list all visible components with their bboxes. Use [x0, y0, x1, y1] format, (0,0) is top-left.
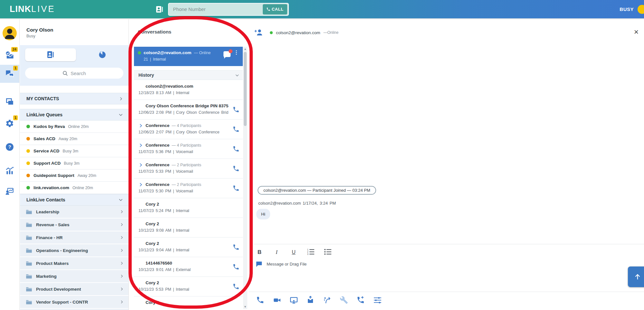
history-item[interactable]: Cory 2 10/12/23 9:08 AM | Internal: [134, 218, 243, 237]
call-button[interactable]: CALL: [263, 4, 287, 15]
online-dot-icon: [138, 51, 141, 54]
contact-card-icon: [46, 51, 55, 59]
chevron-right-icon: [119, 287, 124, 291]
file-share-button[interactable]: [306, 295, 315, 305]
queue-row[interactable]: Guidepoint Support Away 20m: [20, 170, 128, 182]
contact-folder-row[interactable]: Operations - Engineering: [20, 244, 128, 257]
history-item-line: Conference — 2 Participants: [138, 162, 229, 167]
history-item[interactable]: Conference — 2 Participants 11/07/23 5:3…: [134, 159, 243, 179]
queue-row[interactable]: Support ACD Busy 3m: [20, 157, 128, 170]
sidebar-item-presentation[interactable]: [0, 182, 19, 200]
contact-folder-row[interactable]: Marketing: [20, 270, 128, 282]
magic-actions-button[interactable]: [323, 295, 332, 305]
history-item[interactable]: Conference — 2 Participants 11/07/23 5:3…: [134, 179, 243, 198]
contact-folder-row[interactable]: Product Development: [20, 283, 128, 295]
sidebar-item-inbox[interactable]: 24: [0, 46, 19, 64]
contact-folder-list: Leadership Revenue - Sales Finance - HR …: [20, 206, 128, 310]
ordered-list-button[interactable]: 123: [307, 248, 314, 257]
phone-number-input[interactable]: [169, 6, 263, 12]
history-item[interactable]: colson2@revation.com 12/18/23 8:13 AM | …: [134, 80, 243, 100]
section-linklive-queues[interactable]: LinkLive Queues: [20, 109, 128, 121]
sidebar-item-help[interactable]: ?: [0, 138, 19, 156]
history-meta: 10/12/23 9:01 AM | External: [138, 267, 229, 272]
expand-chevron-icon[interactable]: [138, 163, 146, 167]
contact-folder-row[interactable]: Product Makers: [20, 257, 128, 269]
tab-contacts[interactable]: [25, 48, 76, 61]
chevron-down-icon: [235, 73, 240, 78]
send-button[interactable]: [628, 266, 644, 287]
svg-text:1: 1: [307, 248, 308, 251]
history-title: Cory 2: [146, 241, 159, 246]
queue-row[interactable]: Sales ACD Away 20m: [20, 133, 128, 145]
transfer-call-button[interactable]: [356, 295, 365, 305]
history-meta: 10/12/23 9:04 AM | Internal: [138, 248, 229, 252]
bold-button[interactable]: B: [256, 249, 263, 256]
folder-icon: [26, 222, 32, 227]
video-call-button[interactable]: [272, 295, 281, 305]
contact-folder-row[interactable]: Vendor Support - CONTR: [20, 296, 128, 308]
contact-folder-row[interactable]: Huddles: [20, 309, 128, 310]
tools-button[interactable]: [339, 295, 348, 305]
history-scrollbar[interactable]: ▲ ▼: [243, 47, 247, 309]
history-item[interactable]: Cory 2 11/07/23 5:24 PM | Internal: [134, 198, 243, 218]
bullet-list-button[interactable]: [324, 248, 331, 257]
navigation-rail: 24 1 1 ?: [0, 19, 20, 310]
history-section-header[interactable]: History: [134, 70, 243, 80]
queue-name: Service ACD: [33, 149, 60, 153]
queue-row[interactable]: Kudos by Reva Online 20m: [20, 121, 128, 133]
agent-status-chip[interactable]: BUSY: [620, 0, 644, 18]
scroll-up-icon[interactable]: ▲: [243, 47, 247, 51]
sidebar-item-windows[interactable]: [0, 93, 19, 111]
voice-call-button[interactable]: [256, 295, 265, 305]
queue-row[interactable]: Service ACD Busy 3m: [20, 145, 128, 157]
history-item-line: Conference — 4 Participants: [138, 143, 229, 148]
history-item[interactable]: Cory 2 10/12/23 9:04 AM | Internal: [134, 237, 243, 257]
history-item-line: colson2@revation.com: [138, 84, 229, 89]
chevron-right-icon: [119, 300, 124, 304]
history-title: Cory 2: [146, 300, 159, 305]
underline-button[interactable]: U: [290, 249, 297, 255]
gear-icon: [5, 119, 14, 128]
history-item[interactable]: Cory 2 10/11/23 5:53 PM | Internal: [134, 277, 243, 296]
history-item[interactable]: Conference — 4 Participants 12/06/23 2:0…: [134, 120, 243, 139]
profile-avatar[interactable]: [0, 24, 19, 42]
scrollbar-thumb[interactable]: [244, 52, 247, 126]
expand-chevron-icon[interactable]: [138, 182, 146, 187]
search-input[interactable]: Search: [25, 68, 123, 79]
history-item[interactable]: Cory Olson Conference Bridge PIN 8375 12…: [134, 100, 243, 120]
tab-queues-stats[interactable]: [76, 51, 128, 59]
queue-row[interactable]: link.revation.com Online 20m: [20, 182, 128, 194]
active-conversation[interactable]: colson2@revation.com — Online 21 | Inter…: [134, 47, 243, 66]
contact-folder-row[interactable]: Revenue - Sales: [20, 218, 128, 231]
add-participant-icon[interactable]: [254, 28, 263, 37]
screen-share-button[interactable]: [289, 295, 298, 305]
contact-folder-row[interactable]: Finance - HR: [20, 231, 128, 244]
chevron-right-icon: [119, 274, 124, 278]
message-input[interactable]: Message or Drag File: [256, 261, 307, 267]
sidebar-item-settings[interactable]: 1: [0, 114, 19, 132]
italic-button[interactable]: I: [273, 249, 280, 256]
history-item[interactable]: Conference — 4 Participants 11/07/23 5:3…: [134, 139, 243, 159]
section-my-contacts[interactable]: MY CONTACTS: [20, 93, 128, 104]
unread-chat-icon: [223, 51, 231, 57]
chevron-down-icon: [118, 197, 123, 202]
expand-chevron-icon[interactable]: [138, 123, 146, 128]
history-item[interactable]: Cory 2: [134, 296, 243, 310]
chevron-right-icon: [119, 209, 124, 214]
queue-name: Support ACD: [33, 161, 61, 166]
call-settings-button[interactable]: [373, 295, 382, 305]
sidebar-item-analytics[interactable]: [0, 162, 19, 180]
history-item[interactable]: 14144676560 10/12/23 9:01 AM | External: [134, 257, 243, 277]
queue-name: link.revation.com: [33, 185, 69, 190]
folder-icon: [26, 248, 32, 253]
contact-folder-row[interactable]: Leadership: [20, 206, 128, 218]
chevron-right-icon: [119, 261, 124, 266]
conversation-menu-icon[interactable]: ⋮: [234, 51, 239, 54]
chat-header: colson2@revation.com —Online: [254, 28, 644, 37]
section-linklive-contacts[interactable]: LinkLive Contacts: [20, 194, 128, 206]
close-icon[interactable]: ✕: [634, 29, 639, 35]
sidebar-item-chats[interactable]: 1: [0, 65, 19, 83]
contact-card-icon[interactable]: [155, 5, 164, 14]
scroll-down-icon[interactable]: ▼: [243, 305, 247, 309]
expand-chevron-icon[interactable]: [138, 143, 146, 148]
